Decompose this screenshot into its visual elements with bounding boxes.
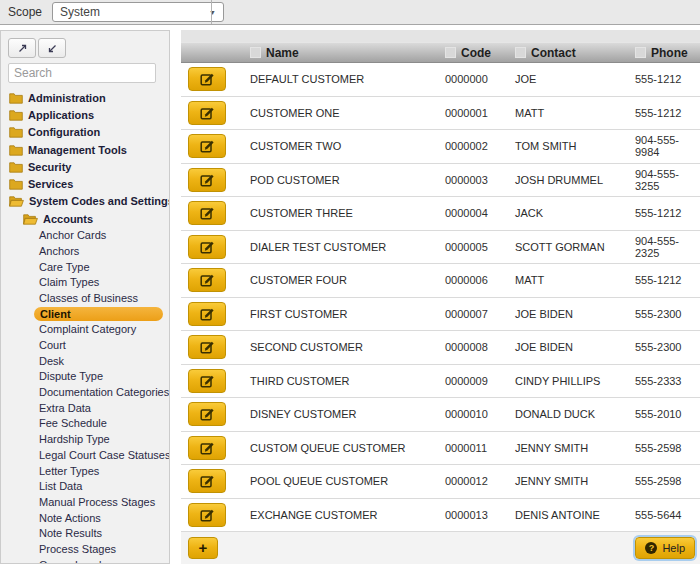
edit-row-button[interactable] (188, 436, 226, 460)
folder-icon (9, 109, 28, 121)
tree-item-configuration[interactable]: Configuration (1, 124, 169, 141)
edit-row-button[interactable] (188, 369, 226, 393)
phone-cell: 555-1212 (635, 107, 700, 119)
edit-row-button[interactable] (188, 134, 226, 158)
tree-item-fee-schedule[interactable]: Fee Schedule (1, 416, 169, 432)
edit-row-button[interactable] (188, 201, 226, 225)
name-column-checkbox[interactable] (250, 47, 261, 58)
pencil-square-icon (200, 72, 215, 86)
collapse-all-button[interactable] (38, 38, 66, 58)
edit-cell (181, 67, 250, 91)
tree-item-list-data[interactable]: List Data (1, 478, 169, 494)
tree-item-hardship-type[interactable]: Hardship Type (1, 431, 169, 447)
tree-item-dispute-type[interactable]: Dispute Type (1, 369, 169, 385)
tree-item-anchors[interactable]: Anchors (1, 243, 169, 259)
edit-cell (181, 469, 250, 493)
tree-item-client[interactable]: Client (1, 306, 169, 322)
edit-row-button[interactable] (188, 469, 226, 493)
name-cell: CUSTOMER ONE (250, 107, 445, 119)
phone-cell: 904-555-9984 (635, 134, 700, 158)
phone-cell: 555-2300 (635, 341, 700, 353)
code-column-checkbox[interactable] (445, 47, 456, 58)
column-header-phone[interactable]: Phone (635, 46, 700, 60)
edit-row-button[interactable] (188, 402, 226, 426)
phone-cell: 904-555-3255 (635, 168, 700, 192)
tree-item-legal-court-case-statuses[interactable]: Legal Court Case Statuses (1, 447, 169, 463)
pencil-square-icon (200, 508, 215, 522)
help-button[interactable]: ? Help (635, 537, 695, 559)
search-input[interactable] (8, 63, 156, 83)
edit-cell (181, 235, 250, 259)
tree-item-care-type[interactable]: Care Type (1, 259, 169, 275)
edit-row-button[interactable] (188, 268, 226, 292)
tree-item-applications[interactable]: Applications (1, 106, 169, 123)
tree-item-security[interactable]: Security (1, 158, 169, 175)
edit-row-button[interactable] (188, 168, 226, 192)
table-row: DIALER TEST CUSTOMER0000005SCOTT GORMAN9… (181, 231, 700, 265)
edit-row-button[interactable] (188, 302, 226, 326)
tree-item-documentation-categories[interactable]: Documentation Categories (1, 384, 169, 400)
help-button-label: Help (662, 542, 685, 554)
name-cell: CUSTOMER TWO (250, 140, 445, 152)
edit-row-button[interactable] (188, 67, 226, 91)
scope-dropdown[interactable]: System ▼ (52, 2, 224, 22)
code-cell: 0000003 (445, 174, 515, 186)
tree-item-label: Classes of Business (39, 292, 138, 304)
column-header-code[interactable]: Code (445, 46, 515, 60)
scope-selected-value: System (60, 5, 100, 19)
tree-item-anchor-cards[interactable]: Anchor Cards (1, 227, 169, 243)
help-icon: ? (645, 542, 657, 554)
table-row: DEFAULT CUSTOMER0000000JOE555-1212 (181, 63, 700, 97)
tree-item-note-results[interactable]: Note Results (1, 525, 169, 541)
name-cell: CUSTOMER FOUR (250, 274, 445, 286)
column-header-name[interactable]: Name (250, 46, 445, 60)
tree-item-accounts[interactable]: Accounts (1, 210, 169, 227)
table-row: POOL QUEUE CUSTOMER0000012JENNY SMITH555… (181, 465, 700, 499)
edit-row-button[interactable] (188, 503, 226, 527)
tree-item-queue-levels[interactable]: Queue Levels (1, 557, 169, 564)
contact-cell: TOM SMITH (515, 140, 635, 152)
tree-item-management-tools[interactable]: Management Tools (1, 141, 169, 158)
tree-item-label: List Data (39, 480, 82, 492)
tree-item-complaint-category[interactable]: Complaint Category (1, 322, 169, 338)
edit-row-button[interactable] (188, 101, 226, 125)
tree-item-manual-process-stages[interactable]: Manual Process Stages (1, 494, 169, 510)
contact-cell: JENNY SMITH (515, 442, 635, 454)
edit-cell (181, 369, 250, 393)
contact-cell: MATT (515, 274, 635, 286)
tree-item-services[interactable]: Services (1, 175, 169, 192)
column-header-label: Phone (651, 46, 688, 60)
tree-item-label: Management Tools (28, 144, 127, 156)
pencil-square-icon (200, 240, 215, 254)
code-cell: 0000008 (445, 341, 515, 353)
folder-icon (9, 178, 28, 190)
tree-item-court[interactable]: Court (1, 337, 169, 353)
code-cell: 0000006 (445, 274, 515, 286)
add-client-button[interactable]: + (188, 537, 218, 559)
tree-item-label: Letter Types (39, 465, 99, 477)
tree-item-claim-types[interactable]: Claim Types (1, 274, 169, 290)
phone-column-checkbox[interactable] (635, 47, 646, 58)
edit-row-button[interactable] (188, 335, 226, 359)
column-header-contact[interactable]: Contact (515, 46, 635, 60)
tree-item-system-codes-and-settings[interactable]: System Codes and Settings (1, 193, 169, 210)
tree-item-desk[interactable]: Desk (1, 353, 169, 369)
edit-row-button[interactable] (188, 235, 226, 259)
column-header-label: Contact (531, 46, 576, 60)
tree-item-label: Claim Types (39, 276, 99, 288)
tree-item-classes-of-business[interactable]: Classes of Business (1, 290, 169, 306)
contact-cell: JOE BIDEN (515, 341, 635, 353)
settings-tree: AdministrationApplicationsConfigurationM… (1, 89, 169, 564)
tree-item-extra-data[interactable]: Extra Data (1, 400, 169, 416)
tree-item-letter-types[interactable]: Letter Types (1, 463, 169, 479)
table-row: FIRST CUSTOMER0000007JOE BIDEN555-2300 (181, 298, 700, 332)
contact-cell: MATT (515, 107, 635, 119)
expand-all-button[interactable] (8, 38, 36, 58)
contact-column-checkbox[interactable] (515, 47, 526, 58)
tree-item-administration[interactable]: Administration (1, 89, 169, 106)
code-cell: 0000004 (445, 207, 515, 219)
tree-item-note-actions[interactable]: Note Actions (1, 510, 169, 526)
name-cell: SECOND CUSTOMER (250, 341, 445, 353)
tree-item-process-stages[interactable]: Process Stages (1, 541, 169, 557)
edit-cell (181, 134, 250, 158)
